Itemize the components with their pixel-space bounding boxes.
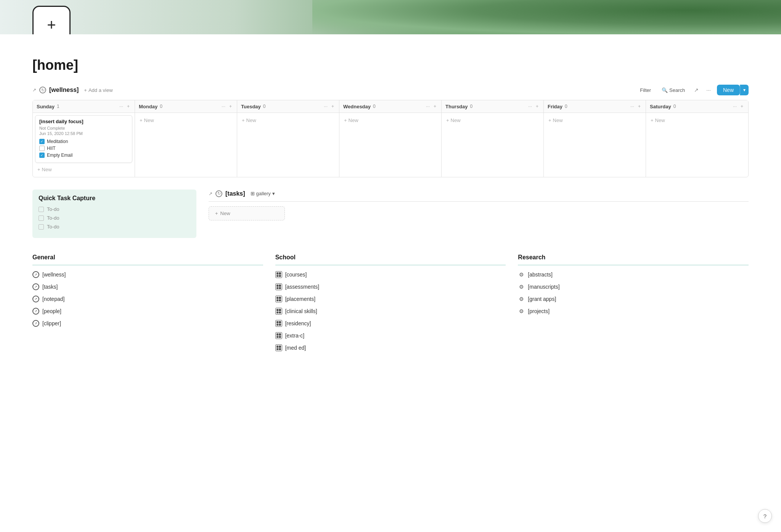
task-label-2: To-do — [47, 215, 59, 221]
tuesday-more-button[interactable]: ··· — [323, 103, 329, 109]
filter-button[interactable]: Filter — [637, 86, 654, 95]
residency-grid-icon — [275, 320, 282, 327]
thursday-add-new[interactable]: + New — [444, 115, 541, 125]
tasks-add-icon: + — [215, 211, 218, 216]
general-item-people[interactable]: [people] — [32, 305, 263, 317]
friday-add-new[interactable]: + New — [546, 115, 643, 125]
wednesday-add-button[interactable]: + — [432, 103, 437, 109]
expand-button[interactable]: ↗ — [693, 85, 700, 95]
monday-add-icon: + — [140, 117, 143, 123]
meditation-checkbox[interactable] — [39, 139, 45, 144]
tasks-title-link[interactable]: [tasks] — [225, 190, 245, 197]
more-options-button[interactable]: ··· — [705, 85, 712, 95]
wednesday-more-button[interactable]: ··· — [425, 103, 431, 109]
school-item-med-ed[interactable]: [med ed] — [275, 342, 506, 354]
sunday-add-button[interactable]: + — [126, 103, 131, 109]
new-dropdown-button[interactable]: ▾ — [740, 85, 749, 95]
wellness-section-actions: Filter 🔍 Search ↗ ··· New ▾ — [637, 85, 749, 95]
task-row-2: To-do — [39, 215, 190, 221]
friday-more-button[interactable]: ··· — [629, 103, 635, 109]
wellness-external-link-icon[interactable]: ↗ — [32, 87, 36, 93]
sunday-header-actions: ··· + — [118, 103, 131, 109]
tuesday-add-button[interactable]: + — [330, 103, 335, 109]
research-manuscripts-label: [manuscripts] — [528, 284, 559, 290]
friday-new-label: New — [553, 117, 563, 123]
wellness-section-header: ↗ [wellness] + Add a view Filter 🔍 Searc… — [32, 85, 749, 95]
school-item-placements[interactable]: [placements] — [275, 293, 506, 305]
friday-count: 0 — [565, 104, 567, 109]
monday-add-new[interactable]: + New — [137, 115, 235, 125]
gallery-view-button[interactable]: ⊞ gallery ▾ — [248, 190, 277, 198]
wellness-refresh-icon[interactable] — [39, 87, 46, 93]
thursday-header-actions: ··· + — [527, 103, 540, 109]
gallery-label: gallery — [256, 191, 271, 196]
tasks-new-card-button[interactable]: + New — [209, 206, 285, 220]
general-title: General — [32, 250, 263, 265]
saturday-add-icon: + — [651, 117, 654, 123]
general-people-label: [people] — [42, 308, 61, 314]
calendar-column-tuesday: Tuesday 0 ··· + + New — [237, 100, 339, 177]
wellness-title-link[interactable]: [wellness] — [49, 87, 79, 93]
thursday-label: Thursday — [445, 104, 468, 109]
general-item-clipper[interactable]: [clipper] — [32, 317, 263, 329]
school-item-assessments[interactable]: [assessments] — [275, 281, 506, 293]
tasks-refresh-icon[interactable] — [215, 190, 222, 197]
saturday-more-button[interactable]: ··· — [732, 103, 738, 109]
daily-focus-card[interactable]: [insert daily focus] Not Complete Jun 15… — [35, 115, 132, 163]
saturday-add-new[interactable]: + New — [648, 115, 746, 125]
school-item-clinical-skills[interactable]: [clinical skills] — [275, 305, 506, 317]
research-item-projects[interactable]: ⚙ [projects] — [518, 305, 749, 317]
school-section: School [courses] [assessments] [placemen… — [275, 250, 506, 354]
tuesday-add-new[interactable]: + New — [239, 115, 337, 125]
sunday-count: 1 — [57, 104, 59, 109]
sunday-add-icon: + — [37, 167, 40, 172]
school-item-extra-c[interactable]: [extra-c] — [275, 329, 506, 342]
task-row-3: To-do — [39, 224, 190, 230]
general-item-tasks[interactable]: [tasks] — [32, 281, 263, 293]
checkbox-meditation[interactable]: Meditation — [39, 139, 128, 144]
monday-new-label: New — [144, 117, 154, 123]
monday-header-actions: ··· + — [220, 103, 233, 109]
wednesday-add-new[interactable]: + New — [342, 115, 439, 125]
extra-c-grid-icon — [275, 332, 282, 339]
notepad-link-icon — [32, 296, 39, 302]
sunday-add-new[interactable]: + New — [35, 164, 132, 175]
empty-email-label: Empty Email — [47, 153, 72, 158]
task-label-3: To-do — [47, 224, 59, 230]
thursday-add-button[interactable]: + — [535, 103, 540, 109]
monday-add-button[interactable]: + — [228, 103, 233, 109]
thursday-body: + New — [442, 113, 543, 166]
school-item-courses[interactable]: [courses] — [275, 268, 506, 281]
search-button[interactable]: 🔍 Search — [659, 86, 688, 95]
task-checkbox-2[interactable] — [39, 215, 44, 221]
monday-more-button[interactable]: ··· — [220, 103, 227, 109]
saturday-add-button[interactable]: + — [739, 103, 744, 109]
hiit-checkbox[interactable] — [39, 146, 45, 151]
research-item-abstracts[interactable]: ⚙ [abstracts] — [518, 268, 749, 281]
friday-add-button[interactable]: + — [637, 103, 642, 109]
new-button[interactable]: New — [717, 85, 740, 95]
sunday-more-button[interactable]: ··· — [118, 103, 124, 109]
wednesday-new-label: New — [349, 117, 358, 123]
school-item-residency[interactable]: [residency] — [275, 317, 506, 329]
general-item-notepad[interactable]: [notepad] — [32, 293, 263, 305]
add-view-label: Add a view — [88, 87, 113, 93]
tasks-external-link-icon[interactable]: ↗ — [209, 191, 212, 196]
friday-add-icon: + — [548, 117, 551, 123]
add-page-button[interactable]: + — [32, 6, 71, 34]
general-item-wellness[interactable]: [wellness] — [32, 268, 263, 281]
tuesday-body: + New — [237, 113, 339, 166]
wednesday-add-icon: + — [344, 117, 347, 123]
checkbox-hiit[interactable]: HIIT — [39, 146, 128, 151]
thursday-more-button[interactable]: ··· — [527, 103, 533, 109]
task-checkbox-3[interactable] — [39, 224, 44, 230]
calendar-grid: Sunday 1 ··· + [insert daily focus] Not … — [32, 100, 749, 177]
task-checkbox-1[interactable] — [39, 207, 44, 212]
saturday-header: Saturday 0 ··· + — [646, 100, 748, 113]
add-view-button[interactable]: + Add a view — [82, 87, 115, 94]
checkbox-empty-email[interactable]: Empty Email — [39, 153, 128, 158]
research-item-manuscripts[interactable]: ⚙ [manuscripts] — [518, 281, 749, 293]
research-item-grant-apps[interactable]: ⚙ [grant apps] — [518, 293, 749, 305]
empty-email-checkbox[interactable] — [39, 153, 45, 158]
calendar-column-monday: Monday 0 ··· + + New — [135, 100, 237, 177]
